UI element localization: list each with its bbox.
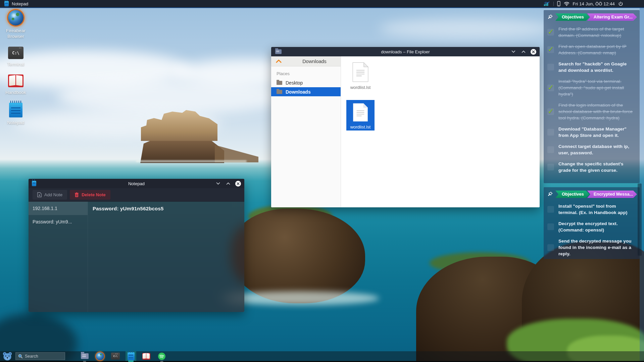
notepad-window: Notepad Add Note Delete Note (29, 179, 244, 312)
file-name: wordlist.lst (350, 124, 371, 130)
objectives-panel-altering-exam: Objectives Altering Exam Gr... ✓ Find th… (544, 10, 640, 183)
objective-checkbox[interactable]: ✓ (547, 129, 554, 136)
objective-item: ✓ Search for "hackdb" on Goagle and down… (544, 58, 640, 76)
minimize-button[interactable] (215, 180, 221, 187)
taskbar-fireabear-browser-button[interactable] (95, 351, 105, 361)
document-icon (352, 62, 369, 82)
running-indicator (83, 361, 86, 362)
document-icon (353, 103, 368, 122)
maximize-button[interactable] (521, 49, 527, 55)
objective-text: Decrypt the encrypted text. (Command: op… (558, 220, 635, 233)
add-note-button[interactable]: Add Note (33, 190, 67, 200)
desktop-screen: Notepad Fri 14 Jun, ÖÖ 12:44 Fireabear B… (0, 0, 644, 362)
taskbar-handbook-button[interactable] (141, 351, 152, 361)
taskbar-terminal-button[interactable]: C:\ (110, 351, 121, 361)
objective-checkbox[interactable]: ✓ (547, 85, 554, 91)
notes-list: 192.168.1.1 Password: yUm9... (29, 202, 88, 312)
running-indicator (160, 361, 163, 362)
delete-note-label: Delete Note (82, 192, 106, 197)
note-title: Password: yUm9... (33, 219, 72, 224)
objective-checkbox[interactable]: ✓ (547, 29, 554, 36)
clock[interactable]: Fri 14 Jun, ÖÖ 12:44 (573, 1, 615, 6)
objective-item: ✓ Send the decrypted message you found i… (544, 236, 640, 259)
search-input[interactable] (25, 354, 62, 359)
mission-badge: Encrypted Messa... (587, 191, 637, 198)
notepad-content: 192.168.1.1 Password: yUm9... Password: … (29, 202, 244, 312)
desktop-icon-notepad[interactable]: Notepad (2, 103, 30, 125)
handbook-icon (142, 353, 150, 360)
file-explorer-titlebar[interactable]: downloads – File Exploer (271, 47, 540, 56)
maximize-button[interactable] (225, 180, 231, 187)
taskbar-search[interactable] (15, 352, 65, 360)
desktop-icon-fireabear-browser[interactable]: Fireabear Browser (2, 10, 30, 39)
objective-checkbox[interactable]: ✓ (547, 206, 554, 213)
top-bar: Notepad Fri 14 Jun, ÖÖ 12:44 (0, 0, 644, 8)
places-heading: Places (277, 71, 341, 76)
desktop-icon-handbook[interactable]: Handbook (2, 74, 30, 95)
checkmark-icon: ✓ (548, 83, 554, 92)
system-tray: Fri 14 Jun, ÖÖ 12:44 (544, 1, 644, 6)
objective-item: ✓ Install "hydra" tool via terminal. (Co… (544, 76, 640, 100)
delete-note-button[interactable]: Delete Note (70, 190, 110, 200)
taskbar: C:\ (0, 351, 644, 362)
fireabear-browser-icon (8, 10, 23, 25)
taskbar-file-explorer-button[interactable] (79, 351, 90, 361)
notepad-titlebar[interactable]: Notepad (29, 179, 244, 188)
objective-text: Install "openssl" tool from terminal. (E… (558, 203, 635, 216)
objective-checkbox[interactable]: ✓ (547, 46, 554, 53)
top-bar-active-app: Notepad (0, 1, 28, 6)
go-up-button[interactable] (276, 59, 282, 63)
pin-icon[interactable] (547, 191, 553, 197)
objectives-panel-encrypted-message: Objectives Encrypted Messa... ✓ Install … (544, 187, 640, 259)
wifi-icon[interactable] (564, 2, 569, 6)
objective-checkbox[interactable]: ✓ (547, 223, 554, 230)
wallpaper-shoreline (136, 160, 247, 162)
place-label: Downloads (286, 89, 311, 95)
current-folder-label: Downloads (282, 59, 341, 64)
wallpaper-surf (221, 291, 379, 305)
file-wordlist-selected[interactable]: wordlist.lst (346, 100, 375, 131)
objective-text: Download "Database Manager" from App Sto… (558, 126, 635, 139)
objective-text: Install "hydra" tool via terminal. (Comm… (558, 78, 635, 97)
note-list-item[interactable]: Password: yUm9... (29, 215, 88, 228)
explorer-file-area[interactable]: wordlist.lst wordlist.lst (341, 56, 540, 207)
pin-icon[interactable] (547, 14, 553, 20)
objective-checkbox[interactable]: ✓ (547, 64, 554, 70)
close-button[interactable] (235, 181, 241, 187)
phone-icon[interactable] (557, 1, 560, 6)
sidebar-item-downloads[interactable]: Downloads (271, 87, 341, 96)
objective-text: Change the specific student's grade for … (558, 161, 635, 173)
network-activity-icon[interactable] (544, 1, 550, 6)
minimize-button[interactable] (510, 49, 516, 55)
trash-icon (75, 192, 79, 197)
tray-separator (553, 2, 554, 6)
note-list-item[interactable]: 192.168.1.1 (29, 202, 88, 215)
file-wordlist[interactable]: wordlist.lst (346, 59, 375, 91)
panel-scrollbar[interactable] (638, 184, 642, 256)
objective-text: Connect target database with ip, user, p… (558, 143, 635, 156)
file-explorer-icon (81, 353, 89, 359)
objectives-header: Objectives Altering Exam Gr... (544, 10, 640, 23)
close-button[interactable] (531, 49, 536, 55)
taskbar-spotify-button[interactable] (156, 351, 167, 361)
taskbar-notepad-button[interactable] (126, 351, 136, 361)
fireabear-browser-icon (96, 352, 104, 360)
desktop-icon-terminal[interactable]: C:\ Terminal (2, 47, 30, 67)
sidebar-item-desktop[interactable]: Desktop (271, 78, 341, 87)
objectives-badge: Objectives (555, 191, 590, 198)
objective-checkbox[interactable]: ✓ (547, 108, 554, 115)
notepad-icon (128, 352, 135, 360)
note-editor[interactable]: Password: yUm91n562bcos5 (88, 202, 244, 312)
objective-checkbox[interactable]: ✓ (547, 244, 554, 251)
wallpaper-edge-band (640, 0, 644, 362)
file-explorer-app-icon (275, 49, 282, 54)
wallpaper-center-rock (231, 209, 365, 303)
note-editor-text: Password: yUm91n562bcos5 (93, 206, 240, 211)
notepad-icon (9, 103, 22, 117)
desktop-icon-label: Terminal (7, 61, 24, 67)
start-button[interactable] (2, 352, 12, 361)
power-icon[interactable] (618, 1, 623, 6)
objectives-header: Objectives Encrypted Messa... (544, 187, 640, 201)
objective-checkbox[interactable]: ✓ (547, 164, 554, 170)
objective-checkbox[interactable]: ✓ (547, 146, 554, 153)
